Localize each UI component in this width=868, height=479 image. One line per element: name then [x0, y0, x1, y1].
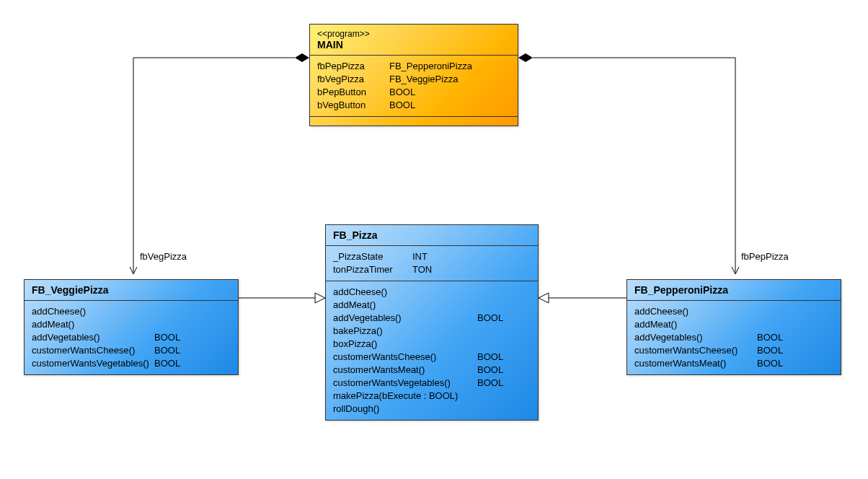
method-row: rollDough(): [333, 403, 531, 416]
method-row: addVegetables()BOOL: [32, 331, 231, 344]
attr-name: bVegButton: [317, 99, 389, 112]
method-type: BOOL: [477, 377, 503, 390]
method-type: BOOL: [477, 351, 503, 364]
class-veggie-header: FB_VeggiePizza: [25, 280, 238, 301]
method-row: customerWantsVegetables()BOOL: [32, 357, 231, 370]
generalization-veggie-pizza: [239, 293, 325, 303]
svg-marker-11: [315, 293, 325, 303]
method-name: customerWantsVegetables(): [333, 377, 477, 390]
class-pepperoni-header: FB_PepperoniPizza: [627, 280, 841, 301]
method-name: customerWantsCheese(): [32, 344, 154, 357]
method-row: boxPizza(): [333, 338, 531, 351]
method-type: BOOL: [757, 357, 783, 370]
method-row: addMeat(): [32, 318, 231, 331]
method-name: addVegetables(): [32, 331, 154, 344]
attr-type: BOOL: [389, 86, 415, 99]
class-pizza-attrs: _PizzaStateINT tonPizzaTimerTON: [326, 246, 538, 281]
method-type: BOOL: [154, 344, 180, 357]
attr-row: _PizzaStateINT: [333, 250, 531, 263]
method-name: addVegetables(): [333, 312, 477, 325]
method-name: customerWantsCheese(): [634, 344, 757, 357]
class-main: <<program>> MAIN fbPepPizzaFB_PepperoniP…: [309, 24, 518, 126]
method-name: customerWantsMeat(): [333, 364, 477, 377]
method-row: addCheese(): [333, 286, 531, 299]
method-name: bakePizza(): [333, 325, 477, 338]
class-veggie-name: FB_VeggiePizza: [32, 284, 231, 296]
method-name: addMeat(): [32, 318, 154, 331]
svg-line-8: [732, 267, 735, 274]
composition-main-pepperoni: [518, 53, 739, 274]
method-name: boxPizza(): [333, 338, 477, 351]
label-veg-link: fbVegPizza: [140, 251, 187, 262]
method-row: addCheese(): [634, 305, 833, 318]
svg-marker-13: [539, 293, 549, 303]
attr-type: FB_VeggiePizza: [389, 73, 458, 86]
method-type: BOOL: [154, 331, 180, 344]
method-row: makePizza(bExecute : BOOL): [333, 390, 531, 403]
attr-type: INT: [412, 250, 428, 263]
method-name: addMeat(): [333, 299, 477, 312]
method-name: addCheese(): [634, 305, 757, 318]
class-main-stereotype: <<program>>: [317, 29, 510, 39]
attr-row: bVegButtonBOOL: [317, 99, 510, 112]
svg-line-9: [735, 267, 739, 274]
class-main-header: <<program>> MAIN: [310, 25, 518, 56]
method-row: bakePizza(): [333, 325, 531, 338]
attr-row: fbPepPizzaFB_PepperoniPizza: [317, 60, 510, 73]
method-row: addMeat(): [333, 299, 531, 312]
attr-type: BOOL: [389, 99, 415, 112]
generalization-pepperoni-pizza: [539, 293, 626, 303]
attr-name: fbPepPizza: [317, 60, 389, 73]
method-row: addVegetables()BOOL: [333, 312, 531, 325]
method-name: customerWantsCheese(): [333, 351, 477, 364]
method-name: makePizza(bExecute : BOOL): [333, 390, 477, 403]
method-row: addVegetables()BOOL: [634, 331, 833, 344]
method-row: customerWantsVegetables()BOOL: [333, 377, 531, 390]
class-pepperoni: FB_PepperoniPizza addCheese() addMeat() …: [626, 279, 841, 375]
class-pepperoni-name: FB_PepperoniPizza: [634, 284, 833, 296]
method-type: BOOL: [757, 344, 783, 357]
class-pizza: FB_Pizza _PizzaStateINT tonPizzaTimerTON…: [325, 224, 539, 421]
class-pepperoni-methods: addCheese() addMeat() addVegetables()BOO…: [627, 301, 841, 374]
method-row: customerWantsCheese()BOOL: [634, 344, 833, 357]
attr-name: bPepButton: [317, 86, 389, 99]
attr-name: _PizzaState: [333, 250, 412, 263]
method-name: customerWantsVegetables(): [32, 357, 154, 370]
method-name: customerWantsMeat(): [634, 357, 757, 370]
attr-row: tonPizzaTimerTON: [333, 263, 531, 276]
attr-type: TON: [412, 263, 432, 276]
svg-marker-5: [518, 53, 533, 62]
svg-marker-0: [295, 53, 309, 62]
method-name: addCheese(): [333, 286, 477, 299]
method-name: addCheese(): [32, 305, 154, 318]
method-type: BOOL: [154, 357, 180, 370]
class-main-name: MAIN: [317, 39, 510, 50]
class-pizza-header: FB_Pizza: [326, 225, 538, 246]
svg-line-3: [130, 267, 133, 274]
method-name: addVegetables(): [634, 331, 757, 344]
method-name: rollDough(): [333, 403, 477, 416]
method-row: addCheese(): [32, 305, 231, 318]
class-main-methods: [310, 117, 518, 126]
class-pizza-methods: addCheese() addMeat() addVegetables()BOO…: [326, 281, 538, 420]
attr-type: FB_PepperoniPizza: [389, 60, 472, 73]
svg-line-4: [133, 267, 137, 274]
method-type: BOOL: [757, 331, 783, 344]
method-row: customerWantsMeat()BOOL: [333, 364, 531, 377]
method-row: customerWantsCheese()BOOL: [32, 344, 231, 357]
attr-name: fbVegPizza: [317, 73, 389, 86]
method-row: addMeat(): [634, 318, 833, 331]
label-pep-link: fbPepPizza: [741, 251, 789, 262]
method-row: customerWantsMeat()BOOL: [634, 357, 833, 370]
method-type: BOOL: [477, 312, 503, 325]
attr-row: fbVegPizzaFB_VeggiePizza: [317, 73, 510, 86]
class-veggie-methods: addCheese() addMeat() addVegetables()BOO…: [25, 301, 238, 374]
attr-name: tonPizzaTimer: [333, 263, 412, 276]
class-pizza-name: FB_Pizza: [333, 229, 531, 241]
method-type: BOOL: [477, 364, 503, 377]
method-name: addMeat(): [634, 318, 757, 331]
composition-main-veggie: [130, 53, 309, 274]
method-row: customerWantsCheese()BOOL: [333, 351, 531, 364]
class-veggie: FB_VeggiePizza addCheese() addMeat() add…: [24, 279, 239, 375]
attr-row: bPepButtonBOOL: [317, 86, 510, 99]
